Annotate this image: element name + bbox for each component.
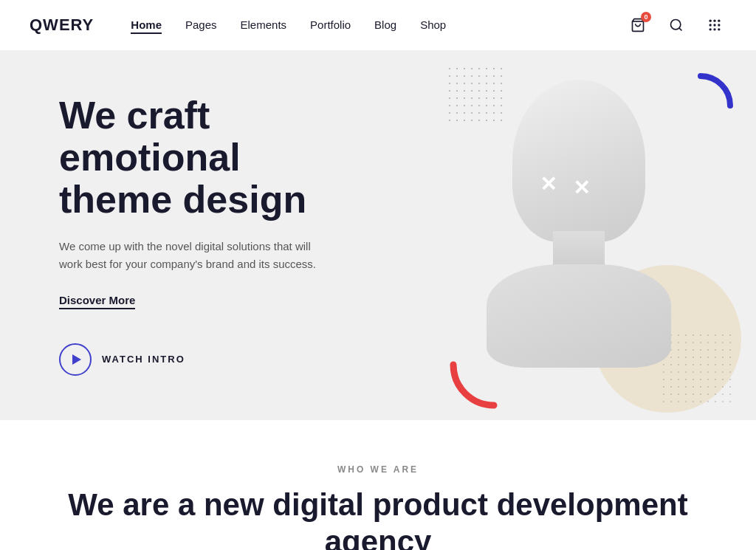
grid-icon bbox=[707, 18, 722, 32]
red-arc-decoration bbox=[450, 320, 538, 409]
cart-badge: 0 bbox=[641, 12, 651, 22]
nav-link-shop[interactable]: Shop bbox=[420, 18, 446, 31]
who-section-title: We are a new digital product development… bbox=[30, 487, 726, 550]
nav-item-portfolio[interactable]: Portfolio bbox=[310, 18, 351, 32]
nav-link-elements[interactable]: Elements bbox=[241, 18, 287, 31]
watch-intro-button[interactable]: WATCH INTRO bbox=[59, 343, 185, 376]
nav-link-pages[interactable]: Pages bbox=[185, 18, 217, 31]
svg-line-2 bbox=[679, 28, 682, 31]
nav-item-home[interactable]: Home bbox=[131, 18, 162, 32]
who-section-label: WHO WE ARE bbox=[30, 464, 726, 475]
nav-link-portfolio[interactable]: Portfolio bbox=[310, 18, 351, 31]
hero-section: ✕ ✕ We craft emotional theme design We c… bbox=[0, 50, 756, 420]
svg-point-4 bbox=[713, 20, 715, 22]
nav-item-blog[interactable]: Blog bbox=[374, 18, 396, 32]
svg-point-3 bbox=[709, 20, 712, 22]
cart-button[interactable]: 0 bbox=[626, 13, 650, 37]
blue-arc-decoration bbox=[667, 72, 734, 139]
nav-links: Home Pages Elements Portfolio Blog Shop bbox=[131, 18, 626, 32]
svg-point-8 bbox=[718, 24, 720, 26]
nav-item-pages[interactable]: Pages bbox=[185, 18, 217, 32]
svg-point-10 bbox=[713, 28, 715, 30]
search-button[interactable] bbox=[664, 13, 688, 37]
hero-content: We craft emotional theme design We come … bbox=[0, 50, 384, 420]
x-mark-right: ✕ bbox=[573, 176, 590, 200]
who-section: WHO WE ARE We are a new digital product … bbox=[0, 420, 756, 550]
play-triangle-icon bbox=[72, 354, 81, 365]
search-icon bbox=[669, 18, 684, 32]
svg-point-6 bbox=[709, 24, 712, 26]
svg-point-5 bbox=[718, 20, 720, 22]
discover-more-link[interactable]: Discover More bbox=[59, 294, 135, 309]
navbar: QWERY Home Pages Elements Portfolio Blog… bbox=[0, 0, 756, 50]
watch-intro-label: WATCH INTRO bbox=[102, 354, 185, 365]
nav-item-elements[interactable]: Elements bbox=[241, 18, 287, 32]
nav-link-blog[interactable]: Blog bbox=[374, 18, 396, 31]
svg-point-9 bbox=[709, 28, 712, 30]
hero-subtitle: We come up with the novel digital soluti… bbox=[59, 238, 325, 273]
x-mark-left: ✕ bbox=[540, 172, 557, 196]
brand-logo[interactable]: QWERY bbox=[30, 16, 94, 35]
svg-point-1 bbox=[671, 20, 681, 30]
statue-head bbox=[512, 80, 645, 242]
nav-link-home[interactable]: Home bbox=[131, 18, 162, 34]
hero-title: We craft emotional theme design bbox=[59, 94, 354, 221]
svg-point-11 bbox=[718, 28, 720, 30]
grid-button[interactable] bbox=[703, 13, 726, 37]
nav-icons: 0 bbox=[626, 13, 726, 37]
svg-point-7 bbox=[713, 24, 715, 26]
nav-item-shop[interactable]: Shop bbox=[420, 18, 446, 32]
play-circle-icon bbox=[59, 343, 92, 376]
